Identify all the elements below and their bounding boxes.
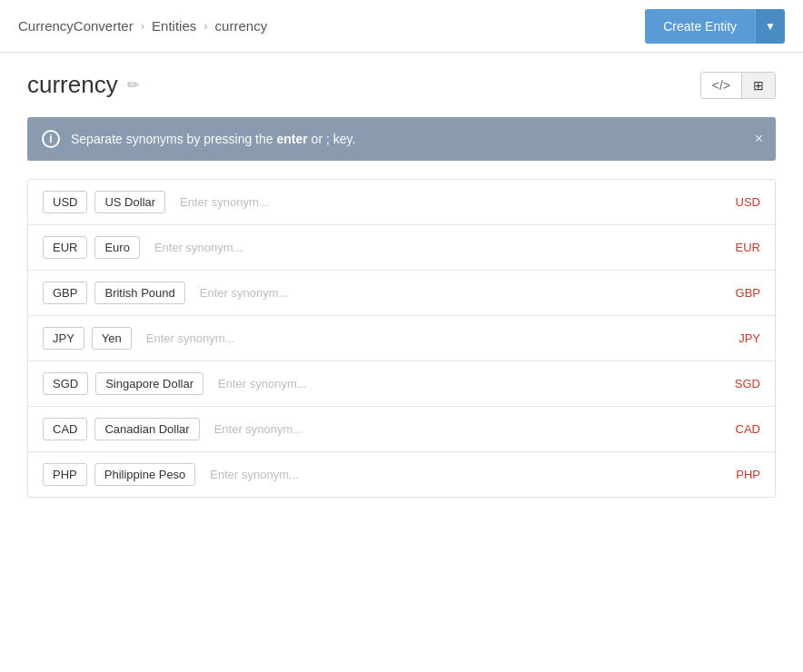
view-table-button[interactable]: ⊞ (742, 73, 775, 98)
table-row: EUR Euro EUR (28, 225, 775, 271)
view-toggle: </> ⊞ (700, 72, 776, 99)
currency-code-tag: USD (43, 191, 87, 213)
view-code-button[interactable]: </> (701, 73, 742, 98)
currency-name-tag: US Dollar (94, 191, 165, 213)
create-entity-group: Create Entity ▼ (645, 9, 785, 44)
create-entity-button[interactable]: Create Entity (645, 9, 755, 44)
edit-icon[interactable]: ✏ (127, 76, 139, 94)
currency-name-tag: Philippine Peso (94, 463, 196, 486)
currency-code-tag: EUR (43, 236, 87, 259)
currency-code-tag: JPY (43, 327, 84, 350)
currency-name-tag: Singapore Dollar (95, 372, 203, 395)
currency-code-tag: SGD (43, 372, 88, 395)
synonym-input[interactable] (207, 419, 717, 440)
synonym-input[interactable] (173, 192, 717, 212)
breadcrumb: CurrencyConverter › Entities › currency (18, 18, 645, 34)
synonym-input[interactable] (211, 373, 717, 394)
top-nav: CurrencyConverter › Entities › currency … (0, 0, 803, 53)
info-banner: i Separate synonyms by pressing the ente… (27, 117, 776, 161)
page-title-row: currency ✏ </> ⊞ (27, 71, 776, 99)
currency-value: GBP (724, 286, 760, 300)
currency-value: PHP (724, 468, 760, 481)
code-icon: </> (712, 78, 730, 93)
currency-name-tag: Yen (92, 327, 132, 350)
table-row: CAD Canadian Dollar CAD (28, 407, 775, 452)
main-content: currency ✏ </> ⊞ i Separate synonyms by … (0, 53, 803, 516)
currency-table: USD US Dollar USD EUR Euro EUR GBP Briti… (27, 179, 776, 498)
currency-code-tag: CAD (43, 418, 87, 440)
breadcrumb-sep-2: › (203, 19, 207, 33)
page-title-left: currency ✏ (27, 71, 139, 99)
breadcrumb-app[interactable]: CurrencyConverter (18, 18, 134, 34)
currency-value: CAD (724, 422, 760, 436)
breadcrumb-current: currency (215, 18, 268, 34)
currency-name-tag: British Pound (94, 282, 184, 304)
breadcrumb-sep-1: › (141, 19, 144, 33)
currency-name-tag: Canadian Dollar (94, 418, 199, 440)
breadcrumb-entities[interactable]: Entities (152, 18, 196, 34)
currency-value: JPY (724, 331, 760, 345)
table-icon: ⊞ (753, 78, 764, 93)
currency-code-tag: PHP (43, 463, 87, 486)
synonym-input[interactable] (203, 464, 717, 485)
info-text: Separate synonyms by pressing the enter … (71, 132, 761, 146)
table-row: SGD Singapore Dollar SGD (28, 361, 775, 407)
currency-value: USD (724, 195, 760, 209)
page-title: currency (27, 71, 118, 99)
dropdown-arrow-icon: ▼ (765, 20, 776, 33)
info-icon: i (42, 130, 60, 148)
create-entity-dropdown-button[interactable]: ▼ (755, 9, 785, 44)
info-close-button[interactable]: × (755, 131, 763, 147)
currency-name-tag: Euro (94, 236, 139, 259)
synonym-input[interactable] (147, 237, 717, 258)
currency-code-tag: GBP (43, 282, 87, 304)
table-row: PHP Philippine Peso PHP (28, 452, 775, 497)
synonym-input[interactable] (139, 328, 717, 349)
table-row: JPY Yen JPY (28, 316, 775, 361)
table-row: USD US Dollar USD (28, 180, 775, 225)
currency-value: EUR (724, 241, 760, 254)
synonym-input[interactable] (193, 282, 717, 303)
table-row: GBP British Pound GBP (28, 271, 775, 316)
currency-value: SGD (724, 377, 760, 390)
